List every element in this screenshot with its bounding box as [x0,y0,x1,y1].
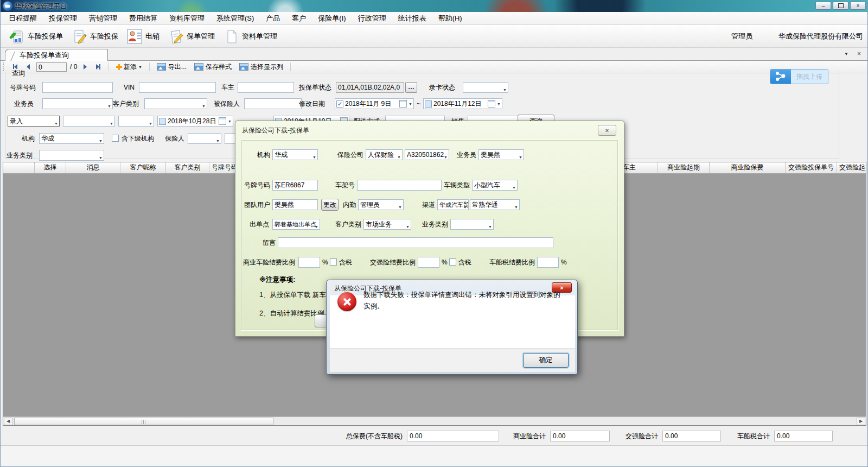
download-dialog-close-button[interactable]: × [598,125,616,136]
record-position-input[interactable]: 0 [36,62,67,72]
modify-date-from-picker[interactable]: ✓ 2018年11月 9日 ▼ [335,98,414,109]
calendar-icon[interactable] [399,100,407,108]
date-checkbox-checked[interactable]: ✓ [336,100,343,108]
last-record-button[interactable] [93,62,103,72]
horizontal-scrollbar[interactable]: ◀ ▶ [3,416,866,425]
entry-filter-dropdown[interactable] [63,116,115,127]
dlg-tax-rate-input[interactable] [537,257,559,268]
salesman-dropdown[interactable] [42,98,113,109]
table-column-header[interactable]: 交强险起期 [837,162,866,173]
tab-close-icon[interactable]: × [857,50,861,58]
dlg-team-user-input[interactable]: 樊昊然 [272,199,318,210]
save-style-button[interactable]: 保存样式 [192,62,234,72]
choose-columns-button[interactable]: 选择显示列 [237,62,285,72]
dlg-channel-dropdown2[interactable]: 常熟华通 [470,199,520,210]
add-button[interactable]: ✚新添▼ [113,62,144,72]
dlg-commercial-rate-input[interactable] [298,257,320,268]
close-button[interactable]: × [850,2,866,10]
ok-button[interactable]: 确定 [523,353,569,368]
dlg-channel-dropdown1[interactable]: 华成汽车贸 [437,199,469,210]
car-insure-button[interactable]: 车险投保 [68,26,124,47]
modify-date-to-picker[interactable]: 2018年11月12日 ▼ [423,98,502,109]
table-column-header[interactable]: 商业险保费 [710,162,786,173]
export-icon [157,63,166,71]
dlg-outlet-dropdown[interactable]: 郭巷基地出单点 [272,219,320,230]
biz-type-dropdown[interactable] [39,150,104,161]
menu-item[interactable]: 统计报表 [392,12,432,24]
insurer-dropdown[interactable] [188,133,221,144]
table-column-header[interactable]: 客户类别 [166,162,209,173]
plate-input[interactable] [42,82,113,93]
table-column-header[interactable]: 商业险起期 [658,162,710,173]
tab-list-dropdown-icon[interactable]: ▼ [844,52,848,56]
data-sheet-manage-button[interactable]: 资料单管理 [220,26,283,47]
table-column-header[interactable] [3,162,35,173]
dlg-org-dropdown[interactable]: 华成 [272,149,318,160]
dlg-salesman-dropdown[interactable]: 樊昊然 [478,149,524,160]
customer-type-dropdown[interactable] [144,98,207,109]
dlg-vehicle-type-dropdown[interactable]: 小型汽车 [472,180,518,191]
dlg-company-label: 保险公司 [331,149,363,160]
table-column-header[interactable]: 消息 [66,162,120,173]
policy-manage-button[interactable]: 保单管理 [165,26,220,47]
policy-status-value[interactable]: 01,01A,01B,02,02A,0 [336,82,404,93]
table-column-header[interactable]: 交强险投保单号 [786,162,837,173]
dlg-clerk-dropdown[interactable]: 管理员 [358,199,404,210]
dlg-change-button[interactable]: 更改 [321,199,339,211]
menu-item[interactable]: 营销管理 [83,12,123,24]
menu-item[interactable]: 投保管理 [43,12,83,24]
chevron-down-icon[interactable]: ▼ [409,102,412,106]
dlg-biz-type-dropdown[interactable] [450,219,494,230]
policy-status-ellipsis-button[interactable]: … [405,82,417,93]
dlg-customer-type-dropdown[interactable]: 市场业务 [363,219,411,230]
menu-item[interactable]: 系统管理(S) [210,12,260,24]
next-record-button[interactable] [80,62,90,72]
calendar-icon[interactable] [488,100,495,108]
dlg-commercial-tax-checkbox[interactable] [330,258,337,266]
dlg-company-code-dropdown[interactable]: A320501862 [405,149,449,160]
scroll-right-arrow[interactable]: ▶ [857,418,865,425]
menu-item[interactable]: 帮助(H) [432,12,468,24]
car-policy-list-button[interactable]: 车险投保单 [6,26,68,47]
calendar-icon[interactable] [219,117,226,125]
include-sub-checkbox[interactable] [112,135,119,142]
dlg-compulsory-rate-input[interactable] [418,257,439,268]
dlg-compulsory-tax-checkbox[interactable] [449,258,456,266]
telemarketing-button[interactable]: 电销 [124,26,165,47]
table-column-header[interactable]: 选择 [35,162,66,173]
owner-input[interactable] [238,82,294,93]
dlg-vin-input[interactable] [357,180,442,191]
drag-upload-button[interactable]: 拖拽上传 [770,69,828,84]
menu-item[interactable]: 产品 [260,12,286,24]
menu-item[interactable]: 保险单(I) [312,12,352,24]
date-checkbox-unchecked[interactable] [159,118,166,125]
chevron-down-icon: ▼ [138,65,142,69]
insured-input[interactable] [244,98,302,109]
tab-car-policy-query[interactable]: 车险投保单查询 [5,49,108,61]
maximize-button[interactable] [833,2,848,10]
menu-item[interactable]: 费用结算 [123,12,163,24]
export-button[interactable]: 导出... [155,62,189,72]
percent-label: % [322,257,328,268]
dlg-plate-input[interactable]: 苏ER6867 [272,180,318,191]
dlg-message-input[interactable] [278,237,553,248]
vin-input[interactable] [139,82,216,93]
minimize-button[interactable]: – [815,2,831,10]
entry-filter2-dropdown[interactable] [118,116,154,127]
menu-item[interactable]: 客户 [286,12,312,24]
scrollbar-thumb[interactable] [14,418,273,425]
error-message: 数据下载失败：投保单详情查询出错：未将对象引用设置到对象的实例。 [363,289,562,312]
menu-item[interactable]: 日程提醒 [3,12,43,24]
entry-date-picker[interactable]: 2018年10月28日 ▼ [157,116,233,127]
date-checkbox-unchecked[interactable] [425,100,432,108]
chevron-down-icon[interactable]: ▼ [228,119,232,123]
scroll-left-arrow[interactable]: ◀ [4,418,12,425]
menu-item[interactable]: 行政管理 [352,12,392,24]
table-column-header[interactable]: 客户昵称 [120,162,166,173]
menu-item[interactable]: 资料库管理 [163,12,210,24]
dlg-company-dropdown[interactable]: 人保财险 [366,149,403,160]
chevron-down-icon[interactable]: ▼ [497,102,501,106]
entry-mode-dropdown[interactable]: 录入 [8,116,60,127]
org-dropdown[interactable]: 华成 [39,133,104,144]
card-status-dropdown[interactable] [463,82,508,93]
